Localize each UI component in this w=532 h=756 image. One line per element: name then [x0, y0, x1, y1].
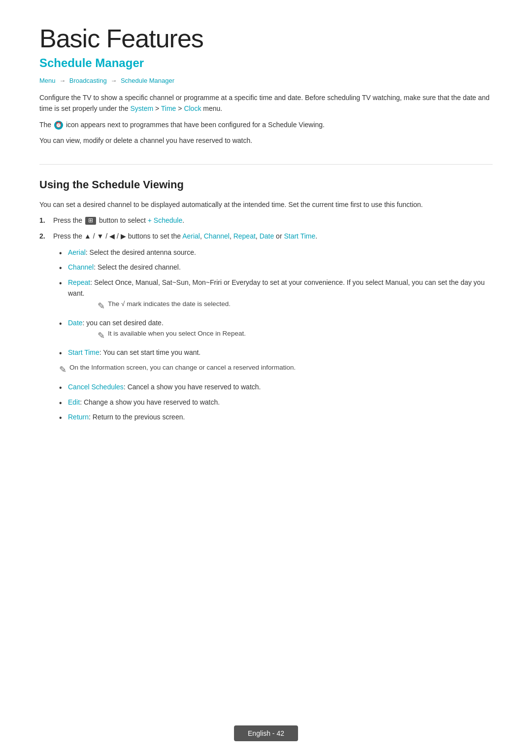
link-repeat-bullet[interactable]: Repeat	[68, 278, 90, 286]
bullet-list: Aerial: Select the desired antenna sourc…	[59, 247, 493, 358]
bullet-repeat: Repeat: Select Once, Manual, Sat~Sun, Mo…	[59, 277, 493, 314]
link-repeat[interactable]: Repeat	[233, 232, 256, 240]
page-title: Basic Features	[39, 24, 493, 53]
step-1-number: 1.	[39, 215, 49, 226]
bullet-cancel-schedules: Cancel Schedules: Cancel a show you have…	[59, 381, 493, 392]
subsection-title: Using the Schedule Viewing	[39, 164, 493, 191]
bullet-return: Return: Return to the previous screen.	[59, 412, 493, 422]
step-2-number: 2.	[39, 231, 49, 241]
link-date[interactable]: Date	[260, 232, 274, 240]
subsection-intro: You can set a desired channel to be disp…	[39, 199, 493, 210]
footer-label: English - 42	[234, 725, 298, 741]
link-aerial-bullet[interactable]: Aerial	[68, 248, 86, 256]
link-system[interactable]: System	[130, 104, 153, 112]
step-1-text: Press the button to select + Schedule.	[53, 215, 184, 226]
breadcrumb-arrow-2: →	[110, 77, 119, 84]
link-aerial[interactable]: Aerial	[182, 232, 200, 240]
bullet-date: Date: you can set desired date. ✎ It is …	[59, 317, 493, 343]
breadcrumb: Menu → Broadcasting → Schedule Manager	[39, 77, 493, 84]
guide-button-icon	[85, 217, 96, 225]
breadcrumb-arrow-1: →	[59, 77, 67, 84]
breadcrumb-item-schedule-manager[interactable]: Schedule Manager	[121, 77, 174, 84]
step-1: 1. Press the button to select + Schedule…	[39, 215, 493, 226]
extra-bullet-list: Cancel Schedules: Cancel a show you have…	[59, 381, 493, 422]
schedule-icon	[54, 121, 63, 130]
link-start-time[interactable]: Start Time	[284, 232, 315, 240]
note-pencil-icon-3: ✎	[59, 363, 66, 377]
bullet-start-time: Start Time: You can set start time you w…	[59, 347, 493, 358]
link-edit[interactable]: Edit	[68, 398, 80, 406]
note-date: ✎ It is available when you select Once i…	[98, 328, 493, 343]
note-repeat: ✎ The √ mark indicates the date is selec…	[98, 299, 493, 313]
link-channel[interactable]: Channel	[204, 232, 230, 240]
step-2-text: Press the ▲ / ▼ / ◀ / ▶ buttons to set t…	[53, 231, 317, 241]
note-repeat-text: The √ mark indicates the date is selecte…	[108, 299, 231, 309]
bullet-edit: Edit: Change a show you have reserved to…	[59, 397, 493, 408]
intro-paragraph-2: The icon appears next to programmes that…	[39, 119, 493, 130]
info-note-text: On the Information screen, you can chang…	[69, 362, 296, 373]
link-start-time-bullet[interactable]: Start Time	[68, 348, 100, 356]
link-cancel-schedules[interactable]: Cancel Schedules	[68, 383, 124, 391]
section-title: Schedule Manager	[39, 56, 493, 70]
link-clock[interactable]: Clock	[184, 104, 201, 112]
bullet-aerial: Aerial: Select the desired antenna sourc…	[59, 247, 493, 258]
bullet-channel: Channel: Select the desired channel.	[59, 262, 493, 273]
note-pencil-icon-1: ✎	[98, 299, 105, 313]
link-schedule[interactable]: + Schedule	[148, 216, 182, 224]
intro-paragraph-1: Configure the TV to show a specific chan…	[39, 92, 493, 114]
link-time[interactable]: Time	[161, 104, 176, 112]
note-pencil-icon-2: ✎	[98, 329, 105, 343]
intro-paragraph-3: You can view, modify or delete a channel…	[39, 135, 493, 146]
link-date-bullet[interactable]: Date	[68, 319, 83, 327]
breadcrumb-item-broadcasting[interactable]: Broadcasting	[69, 77, 107, 84]
step-2: 2. Press the ▲ / ▼ / ◀ / ▶ buttons to se…	[39, 231, 493, 241]
link-channel-bullet[interactable]: Channel	[68, 263, 94, 271]
link-return[interactable]: Return	[68, 413, 89, 421]
info-note: ✎ On the Information screen, you can cha…	[59, 362, 493, 377]
breadcrumb-item-menu[interactable]: Menu	[39, 77, 56, 84]
page-container: Basic Features Schedule Manager Menu → B…	[0, 0, 532, 466]
note-date-text: It is available when you select Once in …	[108, 328, 246, 339]
